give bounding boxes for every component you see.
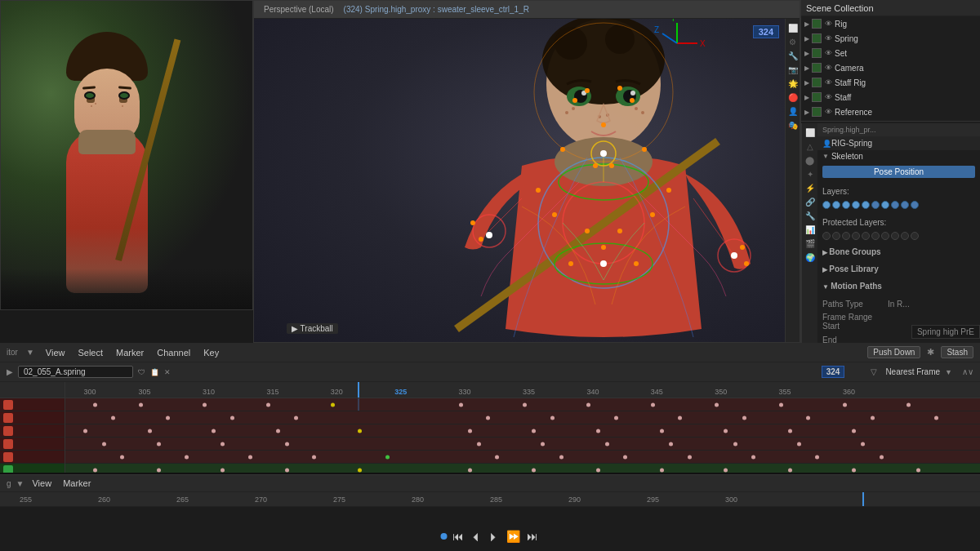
sc-check-ref[interactable] <box>812 107 822 117</box>
layer-dot-4[interactable] <box>852 201 860 209</box>
sc-eye-staffrig[interactable]: 👁 <box>825 78 832 87</box>
sc-check-staff[interactable] <box>812 92 822 102</box>
timeline-menu-select[interactable]: Select <box>74 348 106 358</box>
player-dot-4[interactable] <box>852 232 860 240</box>
sc-item-reference[interactable]: ▶ 👁 Reference <box>801 104 980 119</box>
kf-3-1 <box>83 429 87 433</box>
sc-item-staffrig[interactable]: ▶ 👁 Staff Rig <box>801 75 980 90</box>
current-frame-badge: 324 <box>822 366 845 378</box>
sc-item-camera[interactable]: ▶ 👁 Camera <box>801 60 980 75</box>
sc-eye-staff[interactable]: 👁 <box>825 93 832 101</box>
layer-dot-6[interactable] <box>871 201 880 209</box>
svg-point-39 <box>536 188 541 193</box>
push-down-button[interactable]: Push Down <box>867 346 920 358</box>
prop-icon-phys[interactable]: ⚡ <box>804 182 816 193</box>
player-dot-10[interactable] <box>911 232 919 240</box>
sc-item-staff[interactable]: ▶ 👁 Staff <box>801 90 980 104</box>
svg-point-21 <box>555 243 653 284</box>
transport-last[interactable]: ⏭ <box>525 530 540 543</box>
sc-check-staffrig[interactable] <box>812 78 822 87</box>
layer-dot-3[interactable] <box>842 201 850 209</box>
sc-check-rig[interactable] <box>812 19 822 29</box>
bt-menu-marker[interactable]: Marker <box>60 478 94 488</box>
viewport-icon-4[interactable]: 📷 <box>787 64 799 75</box>
prop-icon-scene[interactable]: 🎬 <box>804 238 816 249</box>
timeline-menu-marker[interactable]: Marker <box>113 348 147 358</box>
layer-dot-9[interactable] <box>901 201 909 209</box>
sc-eye-rig[interactable]: 👁 <box>825 20 832 28</box>
layer-dot-10[interactable] <box>911 201 919 209</box>
svg-rect-16 <box>594 141 613 166</box>
action-name-input[interactable] <box>18 366 133 378</box>
player-dot-5[interactable] <box>862 232 870 240</box>
transport-prev[interactable]: ⏴ <box>469 530 483 543</box>
player-dot-7[interactable] <box>881 232 889 240</box>
sc-item-rig[interactable]: ▶ 👁 Rig <box>801 16 980 31</box>
prop-icon-object[interactable]: ⬜ <box>804 127 816 138</box>
layer-dot-7[interactable] <box>881 201 889 209</box>
props-side-icons: ⬜ △ ⬤ ✦ ⚡ 🔗 🔧 📊 🎬 🌍 <box>801 123 817 343</box>
layer-dot-5[interactable] <box>862 201 870 209</box>
sc-eye-set[interactable]: 👁 <box>825 49 832 57</box>
prop-icon-mod[interactable]: 🔧 <box>804 210 816 221</box>
layer-dot-8[interactable] <box>891 201 899 209</box>
motion-paths-section: Motion Paths <box>817 278 980 295</box>
paths-type-field: Paths Type In R... <box>822 296 975 311</box>
timeline-menu-view[interactable]: View <box>42 348 69 358</box>
stash-button[interactable]: Stash <box>941 346 973 358</box>
viewport-icon-3[interactable]: 🔧 <box>787 50 799 61</box>
viewport-icon-1[interactable]: ⬜ <box>787 22 799 33</box>
prop-icon-world[interactable]: 🌍 <box>804 251 816 263</box>
bt-menu-view[interactable]: View <box>29 478 55 488</box>
track-label-5 <box>0 451 65 464</box>
sc-item-spring[interactable]: ▶ 👁 Spring <box>801 31 980 46</box>
kf-6-3 <box>220 468 225 472</box>
player-dot-8[interactable] <box>891 232 899 240</box>
timeline-menu-key[interactable]: Key <box>200 348 222 358</box>
viewport-icon-5[interactable]: 🌟 <box>787 78 799 89</box>
ruler-320: 320 <box>331 388 343 396</box>
layer-dot-1[interactable] <box>822 201 831 209</box>
prop-icon-mesh[interactable]: △ <box>804 140 816 152</box>
viewport-icon-8[interactable]: 🎭 <box>787 119 799 131</box>
viewport-icon-2[interactable]: ⚙ <box>787 36 799 47</box>
nf-dropdown-icon: ▼ <box>945 368 952 376</box>
kf-2-9 <box>742 415 746 420</box>
kf-2-6 <box>550 415 555 420</box>
svg-point-15 <box>606 113 609 117</box>
dopesheet-keyframe-area[interactable]: 300 305 310 315 320 325 330 335 340 345 … <box>65 382 980 473</box>
player-dot-3[interactable] <box>842 232 850 240</box>
sc-check-spring[interactable] <box>812 33 822 43</box>
transport-first[interactable]: ⏮ <box>451 530 466 543</box>
player-dot-2[interactable] <box>832 232 840 240</box>
viewport-3d-content[interactable]: X Y Z ▶ Trac <box>254 19 800 342</box>
kf-1-6 <box>459 402 463 407</box>
frame-number: 324 <box>759 27 773 37</box>
timeline-menu-channel[interactable]: Channel <box>154 348 194 358</box>
transport-play[interactable]: ⏵ <box>487 530 501 543</box>
sc-eye-ref[interactable]: 👁 <box>825 108 832 116</box>
prop-icon-data[interactable]: 📊 <box>804 224 816 235</box>
transport-next[interactable]: ⏩ <box>505 530 522 543</box>
sc-eye-spring[interactable]: 👁 <box>825 34 832 42</box>
prop-icon-part[interactable]: ✦ <box>804 168 816 180</box>
prop-icon-const[interactable]: 🔗 <box>804 196 816 207</box>
player-dot-1[interactable] <box>822 232 831 240</box>
player-dot-9[interactable] <box>901 232 909 240</box>
kf-2-7 <box>614 415 618 420</box>
sc-check-camera[interactable] <box>812 63 822 73</box>
action-copy-icon: 📋 <box>150 368 159 376</box>
kf-6-2 <box>157 468 161 472</box>
pose-position-button[interactable]: Pose Position <box>822 166 975 178</box>
svg-point-22 <box>559 164 648 200</box>
layer-dot-2[interactable] <box>832 201 840 209</box>
prop-icon-mat[interactable]: ⬤ <box>804 154 816 166</box>
action-x-icon: ✕ <box>164 368 171 376</box>
rig-label: RIG-Spring <box>831 139 872 148</box>
player-dot-6[interactable] <box>871 232 880 240</box>
viewport-icon-6[interactable]: 🔴 <box>787 91 799 103</box>
sc-check-set[interactable] <box>812 48 822 58</box>
viewport-icon-7[interactable]: 👤 <box>787 105 799 117</box>
sc-eye-camera[interactable]: 👁 <box>825 64 832 72</box>
sc-item-set[interactable]: ▶ 👁 Set <box>801 46 980 60</box>
